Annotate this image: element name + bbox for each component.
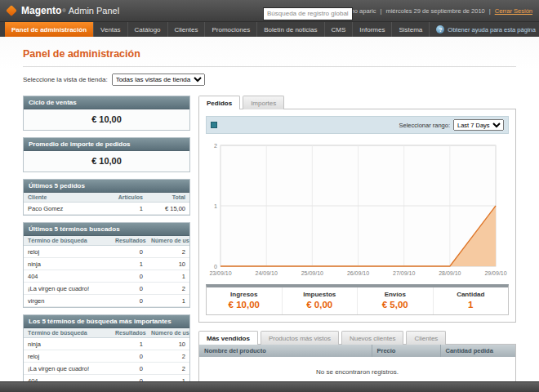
last-orders-panel: Últimos 5 pedidos Cliente Artículos Tota… xyxy=(23,179,190,216)
nav-item[interactable]: CMS xyxy=(325,22,354,37)
svg-text:24/09/10: 24/09/10 xyxy=(256,270,278,276)
svg-text:27/09/10: 27/09/10 xyxy=(393,270,415,276)
column-header: Cliente xyxy=(24,193,111,203)
chart-legend-icon xyxy=(211,122,217,128)
header-separator: | xyxy=(380,7,381,15)
chart-range-bar: Seleccionar rango: Last 7 Days xyxy=(206,116,509,134)
tab[interactable]: Más vendidos xyxy=(198,331,258,345)
last-search-terms-table: Término de búsqueda Resultados Número de… xyxy=(24,236,189,307)
grid-tabs: Más vendidos Productos más vistos Nuevos… xyxy=(198,331,516,344)
column-header: Número de usos xyxy=(147,328,189,338)
column-header[interactable]: Precio xyxy=(372,345,440,357)
header-separator: | xyxy=(489,7,491,15)
nav-item[interactable]: Boletín de noticias xyxy=(257,22,324,37)
table-row[interactable]: reloj 0 2 xyxy=(24,246,189,258)
stat-label: Ingresos xyxy=(207,291,282,298)
table-header-row: Término de búsqueda Resultados Número de… xyxy=(24,236,189,246)
products-grid: Nombre del producto Precio Cantidad pedi… xyxy=(199,345,515,381)
svg-text:2: 2 xyxy=(214,143,217,149)
table-row[interactable]: ninja 1 10 xyxy=(24,338,189,350)
tab[interactable]: Importes xyxy=(243,96,284,109)
dashboard-left-column: Ciclo de ventas € 10,00 Promedio de impo… xyxy=(23,96,190,381)
table-row[interactable]: Paco Gomez 1 € 15,00 xyxy=(24,203,189,215)
dashboard-right-column: Pedidos Importes Seleccionar rango: xyxy=(198,96,516,381)
products-grid-panel: Nombre del producto Precio Cantidad pedi… xyxy=(198,344,516,381)
range-label: Seleccionar rango: xyxy=(399,122,450,129)
magento-admin-page: Magento ® Admin Panel Accedió como apari… xyxy=(0,0,539,392)
page-title-row: Panel de administración xyxy=(23,43,516,67)
table-row[interactable]: ¡La virgen que cuadro! 0 2 xyxy=(24,283,189,295)
header-bar: Magento ® Admin Panel Accedió como apari… xyxy=(0,0,539,22)
stat-block: Cantidad 1 xyxy=(433,287,509,314)
stat-label: Envíos xyxy=(358,291,433,298)
top-search-terms-panel: Los 5 términos de búsqueda más important… xyxy=(23,314,190,381)
column-header[interactable]: Cantidad pedida xyxy=(440,345,515,357)
nav-item-label: Boletín de noticias xyxy=(264,26,317,33)
dashboard: Ciclo de ventas € 10,00 Promedio de impo… xyxy=(23,96,516,381)
header-date-text: miércoles 29 de septiembre de 2010 xyxy=(385,7,484,15)
orders-chart-svg: 23/09/1024/09/1025/09/1026/09/1027/09/10… xyxy=(206,140,509,278)
svg-text:28/09/10: 28/09/10 xyxy=(439,270,461,276)
table-row[interactable]: ninja 1 10 xyxy=(24,258,189,270)
footer-bar xyxy=(0,381,539,392)
panel-title: Promedio de importe de pedidos xyxy=(24,138,189,151)
orders-chart: 23/09/1024/09/1025/09/1026/09/1027/09/10… xyxy=(206,140,509,278)
svg-text:0: 0 xyxy=(214,264,217,270)
global-search-input[interactable] xyxy=(263,7,353,20)
average-orders-value: € 10,00 xyxy=(24,151,189,172)
range-select[interactable]: Last 7 Days xyxy=(453,119,504,131)
column-header: Total xyxy=(147,193,189,203)
store-view-select[interactable]: Todas las vistas de tienda xyxy=(112,74,205,86)
nav-item[interactable]: Ventas xyxy=(94,22,127,37)
nav-item-label: Clientes xyxy=(175,26,198,33)
tab[interactable]: Nuevos clientes xyxy=(341,331,403,345)
nav-item-label: CMS xyxy=(332,26,346,33)
chart-panel: Seleccionar rango: Last 7 Days 23/09/102… xyxy=(198,109,516,323)
stat-value: € 0,00 xyxy=(283,300,358,310)
tab-label: Importes xyxy=(251,100,276,107)
tab-label: Pedidos xyxy=(207,100,232,107)
store-view-switcher: Seleccione la vista de tienda: Todas las… xyxy=(23,74,516,86)
nav-item-label: Promociones xyxy=(212,26,250,33)
table-row[interactable]: ¡La virgen que cuadro! 0 2 xyxy=(24,363,189,375)
nav-item-label: Panel de administración xyxy=(11,26,87,33)
table-row[interactable]: reloj 0 2 xyxy=(24,350,189,363)
totals-bar: Ingresos € 10,00 Impuestos € 0,00 Envíos xyxy=(206,284,509,315)
column-header: Número de usos xyxy=(147,236,189,246)
help-icon: ? xyxy=(436,25,444,33)
tab-label: Más vendidos xyxy=(207,335,250,342)
page-help-link[interactable]: ? Obtener ayuda para esta página xyxy=(430,22,539,37)
panel-title: Últimos 5 pedidos xyxy=(24,180,189,193)
nav-item[interactable]: Panel de administración xyxy=(5,22,94,37)
svg-text:29/09/10: 29/09/10 xyxy=(484,270,506,276)
panel-title: Ciclo de ventas xyxy=(24,96,189,109)
tab-label: Clientes xyxy=(414,335,438,342)
tab[interactable]: Clientes xyxy=(406,331,446,345)
tab[interactable]: Productos más vistos xyxy=(261,331,339,345)
panel-title: Últimos 5 términos buscados xyxy=(24,223,189,236)
last-search-terms-panel: Últimos 5 términos buscados Término de b… xyxy=(23,222,190,308)
table-row[interactable]: 404 0 1 xyxy=(24,375,189,382)
tab[interactable]: Pedidos xyxy=(198,96,240,109)
nav-item[interactable]: Informes xyxy=(353,22,392,37)
stat-block: Envíos € 5,00 xyxy=(357,287,433,314)
table-row[interactable]: 404 0 1 xyxy=(24,270,189,283)
nav-item[interactable]: Sistema xyxy=(392,22,430,37)
nav-item[interactable]: Catálogo xyxy=(128,22,168,37)
column-header: Término de búsqueda xyxy=(24,328,111,338)
lifetime-sales-value: € 10,00 xyxy=(24,109,189,130)
nav-item[interactable]: Promociones xyxy=(205,22,257,37)
stat-block: Impuestos € 0,00 xyxy=(282,287,358,314)
nav-item[interactable]: Clientes xyxy=(168,22,206,37)
column-header: Resultados xyxy=(111,236,147,246)
column-header[interactable]: Nombre del producto xyxy=(199,345,372,357)
table-row[interactable]: virgen 0 1 xyxy=(24,295,189,307)
registered-mark: ® xyxy=(62,8,65,13)
magento-logo: Magento ® Admin Panel xyxy=(7,5,119,16)
help-link-label: Obtener ayuda para esta página xyxy=(448,26,536,33)
column-header: Término de búsqueda xyxy=(24,236,111,246)
logout-link[interactable]: Cerrar Sesión xyxy=(495,7,532,15)
empty-row: No se encontraron registros. xyxy=(199,357,515,381)
table-header-row: Cliente Artículos Total xyxy=(24,193,189,203)
page-content: Panel de administración Seleccione la vi… xyxy=(0,37,539,381)
